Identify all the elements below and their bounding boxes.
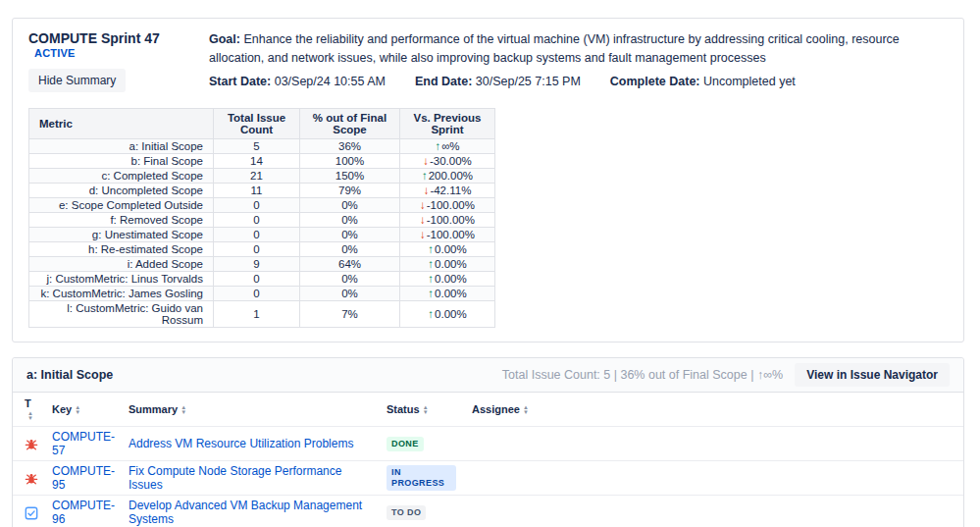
status-badge: DONE: [387, 437, 424, 451]
goal-label: Goal:: [209, 32, 240, 46]
issues-column-header-summary[interactable]: Summary▲▼: [121, 393, 379, 427]
sort-icon: ▲▼: [27, 411, 33, 421]
trend-up-arrow-icon: ↑: [422, 170, 428, 182]
issue-key-link[interactable]: COMPUTE-57: [52, 430, 115, 457]
metric-count: 1: [214, 301, 300, 328]
metric-trend: ↓-100.00%: [400, 198, 495, 213]
metric-count: 5: [214, 139, 300, 154]
section-title: a: Initial Scope: [26, 368, 113, 382]
metric-pct: 0%: [300, 242, 400, 257]
metric-name: d: Uncompleted Scope: [29, 184, 214, 198]
metric-pct: 36%: [300, 139, 400, 154]
trend-up-arrow-icon: ↑: [435, 140, 440, 152]
trend-down-arrow-icon: ↓: [423, 155, 429, 167]
metric-name: h: Re-estimated Scope: [29, 242, 214, 257]
metric-name: g: Unestimated Scope: [29, 228, 214, 242]
status-badge: IN PROGRESS: [387, 465, 456, 491]
issue-key-link[interactable]: COMPUTE-96: [52, 499, 115, 526]
metric-count: 11: [214, 184, 300, 198]
sprint-title: COMPUTE Sprint 47: [28, 30, 160, 46]
metric-trend: ↓-100.00%: [400, 213, 495, 228]
metric-row: f: Removed Scope00%↓-100.00%: [29, 213, 495, 228]
complete-date: Complete Date: Uncompleted yet: [610, 73, 796, 91]
metric-count: 0: [214, 228, 300, 242]
metric-name: f: Removed Scope: [29, 213, 214, 228]
metric-trend: ↑∞%: [400, 139, 495, 154]
metric-trend: ↓-100.00%: [400, 228, 495, 242]
issue-key-cell: COMPUTE-57: [44, 427, 121, 461]
summary-right-column: Goal: Enhance the reliability and perfor…: [197, 30, 948, 91]
metric-row: i: Added Scope964%↑0.00%: [29, 257, 495, 272]
metric-count: 0: [214, 198, 300, 213]
sort-icon: ▲▼: [75, 405, 80, 415]
issue-status-cell: IN PROGRESS: [379, 461, 464, 496]
issues-table-body: COMPUTE-57Address VM Resource Utilizatio…: [13, 427, 963, 527]
metric-row: d: Uncompleted Scope1179%↓-42.11%: [29, 184, 495, 198]
column-label: Assignee: [472, 403, 520, 415]
metric-count: 14: [214, 154, 300, 169]
goal-text: Enhance the reliability and performance …: [209, 32, 900, 65]
metric-row: g: Unestimated Scope00%↓-100.00%: [29, 228, 495, 242]
metric-row: e: Scope Completed Outside00%↓-100.00%: [29, 198, 495, 213]
metric-trend: ↑200.00%: [400, 169, 495, 184]
trend-down-arrow-icon: ↓: [420, 229, 426, 240]
complete-date-value: Uncompleted yet: [703, 75, 796, 88]
metric-count: 0: [214, 287, 300, 301]
issue-type-cell: [13, 427, 44, 461]
metric-trend: ↑0.00%: [400, 287, 495, 301]
metric-count: 0: [214, 242, 300, 257]
trend-down-arrow-icon: ↓: [420, 214, 426, 226]
metric-trend: ↑0.00%: [400, 242, 495, 257]
trend-down-arrow-icon: ↓: [420, 199, 426, 211]
issue-summary-link[interactable]: Fix Compute Node Storage Performance Iss…: [129, 464, 341, 492]
metric-pct: 79%: [300, 184, 400, 198]
issue-key-link[interactable]: COMPUTE-95: [52, 464, 115, 492]
metric-trend: ↑0.00%: [400, 257, 495, 272]
metric-trend: ↑0.00%: [400, 272, 495, 287]
issue-status-cell: TO DO: [379, 496, 464, 527]
issue-summary-link[interactable]: Address VM Resource Utilization Problems: [129, 437, 353, 450]
metric-name: e: Scope Completed Outside: [29, 198, 214, 213]
end-date-label: End Date:: [415, 75, 472, 88]
issues-column-header-status[interactable]: Status▲▼: [379, 393, 464, 427]
view-in-issue-navigator-button[interactable]: View in Issue Navigator: [795, 363, 950, 387]
issues-header-row: T▲▼Key▲▼Summary▲▼Status▲▼Assignee▲▼: [13, 393, 963, 427]
start-date: Start Date: 03/Sep/24 10:55 AM: [209, 73, 386, 91]
bug-icon: [25, 438, 38, 451]
issues-column-header-key[interactable]: Key▲▼: [44, 393, 121, 427]
sprint-dates-row: Start Date: 03/Sep/24 10:55 AM End Date:…: [209, 73, 948, 91]
metric-pct: 150%: [300, 169, 400, 184]
metric-pct: 7%: [300, 301, 400, 328]
metric-row: c: Completed Scope21150%↑200.00%: [29, 169, 495, 184]
metric-name: a: Initial Scope: [29, 139, 214, 154]
trend-up-arrow-icon: ↑: [428, 258, 434, 270]
issue-type-cell: [13, 461, 44, 496]
sprint-title-row: COMPUTE Sprint 47 ACTIVE: [28, 30, 197, 60]
metric-row: h: Re-estimated Scope00%↑0.00%: [29, 242, 495, 257]
section-initial-scope: a: Initial Scope Total Issue Count: 5 | …: [12, 357, 964, 527]
issue-row: COMPUTE-95Fix Compute Node Storage Perfo…: [13, 461, 963, 496]
end-date-value: 30/Sep/25 7:15 PM: [476, 75, 581, 88]
issue-summary-link[interactable]: Develop Advanced VM Backup Management Sy…: [129, 499, 362, 526]
metric-trend: ↑0.00%: [400, 301, 495, 328]
metric-name: c: Completed Scope: [29, 169, 214, 184]
metric-row: b: Final Scope14100%↓-30.00%: [29, 154, 495, 169]
issues-column-header-t[interactable]: T▲▼: [13, 393, 44, 427]
start-date-value: 03/Sep/24 10:55 AM: [275, 75, 386, 88]
issue-status-cell: DONE: [379, 427, 464, 461]
sprint-metrics-table: Metric Total Issue Count % out of Final …: [28, 108, 495, 328]
column-label: Key: [52, 403, 72, 415]
sprint-summary-panel: COMPUTE Sprint 47 ACTIVE Hide Summary Go…: [12, 18, 964, 343]
end-date: End Date: 30/Sep/25 7:15 PM: [415, 73, 581, 91]
metric-row: j: CustomMetric: Linus Torvalds00%↑0.00%: [29, 272, 495, 287]
issue-key-cell: COMPUTE-96: [44, 496, 121, 527]
metric-name: j: CustomMetric: Linus Torvalds: [29, 272, 214, 287]
metric-count: 0: [214, 272, 300, 287]
summary-left-column: COMPUTE Sprint 47 ACTIVE Hide Summary: [28, 30, 197, 92]
hide-summary-button[interactable]: Hide Summary: [28, 69, 126, 92]
metric-row: k: CustomMetric: James Gosling00%↑0.00%: [29, 287, 495, 301]
metric-count: 0: [214, 213, 300, 228]
column-label: Status: [387, 403, 420, 415]
issues-column-header-assignee[interactable]: Assignee▲▼: [464, 393, 963, 427]
metrics-header-row: Metric Total Issue Count % out of Final …: [29, 109, 495, 139]
